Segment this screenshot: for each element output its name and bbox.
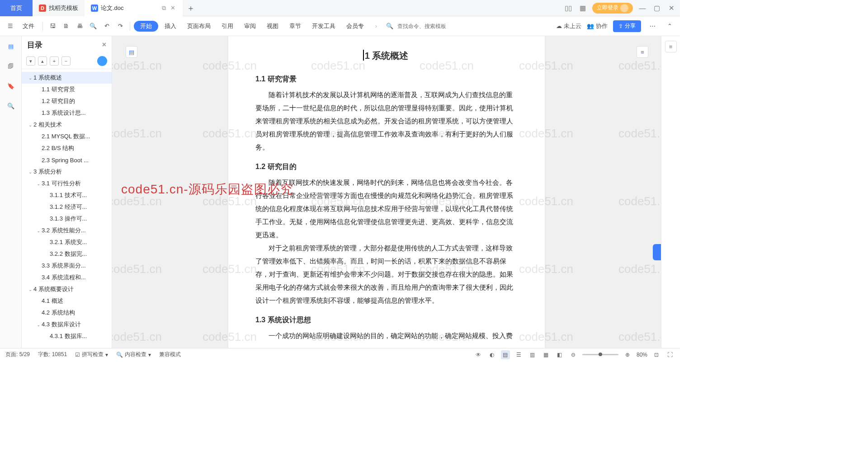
outline-item[interactable]: 3.2.1 系统安... [22,236,112,248]
document-viewport[interactable]: ▤ ≡ code51.cncode51.cncode51.cncode51.cn… [112,36,661,348]
doc-options-icon[interactable]: ▤ [126,46,137,58]
outline-item[interactable]: 2.2 B/S 结构 [22,142,112,154]
menu-page-layout[interactable]: 页面布局 [183,21,215,32]
toolbox-icon[interactable]: ≡ [665,41,677,52]
redo-icon[interactable]: ↷ [114,20,126,32]
zoom-in-icon[interactable]: ⊕ [623,350,632,359]
fitpage-icon[interactable]: ⊡ [652,350,661,359]
outline-item[interactable]: 2.3 Spring Boot ... [22,154,112,166]
print-preview-icon[interactable]: 🔍 [87,20,99,32]
outline-sync-icon[interactable] [97,56,107,66]
chevron-down-icon[interactable]: ⌄ [35,228,42,233]
menu-devtools[interactable]: 开发工具 [307,21,340,32]
menu-review[interactable]: 审阅 [240,21,260,32]
outline-item[interactable]: 3.4 系统流程和... [22,272,112,283]
outline-remove-icon[interactable]: − [61,56,71,66]
outline-tab-icon[interactable]: ▤ [5,41,16,52]
pagelayout-icon[interactable]: ▤ [501,350,510,359]
undo-icon[interactable]: ↶ [101,20,113,32]
outline-item[interactable]: 4.1 概述 [22,295,112,307]
readmode-icon[interactable]: 👁 [474,350,483,359]
window-minimize-icon[interactable]: — [637,3,647,13]
outline-item[interactable]: ⌄3 系统分析 [22,166,112,178]
ruler-icon[interactable]: ◧ [555,350,564,359]
zoom-slider[interactable] [582,354,618,355]
menu-insert[interactable]: 插入 [160,21,181,32]
outline-item[interactable]: 1.3 系统设计思... [22,107,112,119]
contentcheck-button[interactable]: 🔍 内容检查 ▾ [116,351,151,358]
print-icon[interactable]: 🖶 [74,20,85,32]
page-counter[interactable]: 页面: 5/29 [5,351,30,358]
outline-item[interactable]: 1.2 研究目的 [22,95,112,107]
compat-mode[interactable]: 兼容模式 [159,351,181,358]
outline-item[interactable]: 1.1 研究背景 [22,84,112,95]
zoom-value[interactable]: 80% [637,352,647,358]
outline-view-icon[interactable]: ☰ [514,350,524,359]
window-maximize-icon[interactable]: ▢ [652,3,662,13]
window-close-icon[interactable]: ✕ [666,3,676,13]
cloud-status[interactable]: ☁未上云 [556,22,581,30]
chevron-down-icon[interactable]: ⌄ [35,181,42,186]
find-icon[interactable]: 🔍 [5,100,16,111]
outline-expand-icon[interactable]: ▴ [38,56,47,66]
outline-item[interactable]: 4.2 系统结构 [22,307,112,319]
tab-templates[interactable]: D 找稻壳模板 [33,0,85,16]
outline-item[interactable]: ⌄2 相关技术 [22,119,112,131]
zoom-out-icon[interactable]: ⊖ [569,350,578,359]
layout-icon[interactable]: ▯▯ [563,3,573,13]
apps-icon[interactable]: ▦ [578,3,588,13]
outline-item[interactable]: 3.1.1 技术可... [22,189,112,201]
menu-section[interactable]: 章节 [285,21,306,32]
word-counter[interactable]: 字数: 10851 [38,351,67,358]
share-button[interactable]: ⇪分享 [613,20,641,32]
collab-button[interactable]: 👥协作 [587,22,608,30]
menu-member[interactable]: 会员专 [342,21,368,32]
outline-item[interactable]: ⌄1 系统概述 [22,72,112,84]
tab-close-icon[interactable]: ✕ [170,5,176,11]
toolbar-more-icon[interactable]: ⋯ [646,20,658,32]
outline-item[interactable]: 3.3 系统界面分... [22,260,112,272]
tab-home[interactable]: 首页 [0,0,33,16]
outline-item[interactable]: 3.1.3 操作可... [22,213,112,225]
bookmark-icon[interactable]: 🔖 [5,80,16,91]
menu-icon[interactable]: ☰ [5,20,16,32]
command-search-input[interactable] [397,23,465,29]
chevron-down-icon[interactable]: ⌄ [35,322,42,327]
weblayout-icon[interactable]: ▥ [528,350,537,359]
outline-add-icon[interactable]: + [50,56,59,66]
menu-reference[interactable]: 引用 [217,21,238,32]
tab-popout-icon[interactable]: ⧉ [161,5,167,11]
tab-document[interactable]: W 论文.doc ⧉ ✕ [85,0,183,16]
file-menu[interactable]: 文件 [18,21,39,32]
outline-item[interactable]: ⌄3.2 系统性能分... [22,225,112,236]
login-button[interactable]: 立即登录 [592,3,633,14]
outline-item[interactable]: 2.1 MYSQL 数据... [22,131,112,142]
tab-add[interactable]: ＋ [183,3,199,14]
outline-item[interactable]: 3.1.2 经济可... [22,201,112,213]
side-handle-icon[interactable] [653,244,661,260]
outline-collapse-icon[interactable]: ▾ [26,56,35,66]
collapse-ribbon-icon[interactable]: ⌃ [664,20,675,32]
menu-more-icon[interactable]: › [370,20,382,32]
doc-format-icon[interactable]: ≡ [637,46,648,58]
outline-close-icon[interactable]: × [102,41,106,49]
fullscreen-icon[interactable]: ⛶ [665,350,675,359]
spellcheck-button[interactable]: ☑ 拼写检查 ▾ [75,351,108,358]
save-as-icon[interactable]: 🗎 [60,20,72,32]
outline-item[interactable]: ⌄3.1 可行性分析 [22,178,112,189]
outline-item[interactable]: 4.3.1 数据库... [22,330,112,342]
save-icon[interactable]: 🖫 [47,20,58,32]
draft-view-icon[interactable]: ▦ [542,350,551,359]
focus-icon[interactable]: ◐ [487,350,496,359]
outline-item[interactable]: ⌄4 系统概要设计 [22,283,112,295]
outline-item[interactable]: ⌄4.3 数据库设计 [22,319,112,330]
outline-item[interactable]: 3.2.2 数据完... [22,248,112,260]
chevron-down-icon[interactable]: ⌄ [27,169,33,174]
clipboard-icon[interactable]: 🗐 [5,61,16,71]
chevron-down-icon[interactable]: ⌄ [27,122,33,127]
chevron-down-icon[interactable]: ⌄ [27,287,33,292]
menu-view[interactable]: 视图 [262,21,283,32]
menu-start[interactable]: 开始 [134,21,158,32]
chevron-down-icon[interactable]: ⌄ [27,75,33,80]
outline-list[interactable]: ⌄1 系统概述1.1 研究背景1.2 研究目的1.3 系统设计思...⌄2 相关… [22,69,112,348]
